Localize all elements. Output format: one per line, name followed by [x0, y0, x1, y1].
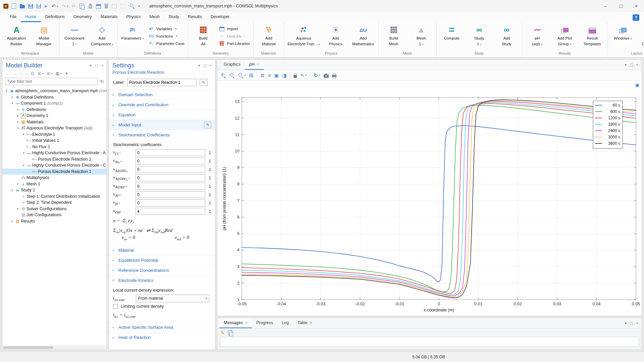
coefficient-input[interactable] — [136, 183, 205, 190]
livelink-button[interactable]: ⇄LiveLink▾ — [217, 33, 252, 39]
minimize-button[interactable]: – — [598, 0, 613, 12]
float-panel-icon[interactable]: ▢ — [203, 63, 206, 68]
tree-item[interactable]: ≈Step 2: Time Dependent — [2, 199, 107, 206]
tree-expand-icon[interactable]: ▸ — [10, 220, 14, 223]
tree-item[interactable]: D—Porous Electrode Reaction 1 — [2, 156, 107, 163]
rename-icon[interactable]: ✎ — [200, 79, 208, 86]
tree-item[interactable]: ▸▦Materials — [2, 119, 107, 125]
label-input[interactable] — [127, 79, 197, 86]
model-tree-settings-button[interactable]: ▦▾ — [56, 71, 62, 75]
messages-tab-log[interactable]: Log — [277, 318, 293, 328]
tree-expand-icon[interactable]: ▸ — [16, 114, 20, 117]
scrollbar-thumb[interactable] — [3, 346, 53, 349]
local-current-density-select[interactable]: From material ▾ — [136, 295, 209, 302]
tree-expand-icon[interactable]: ▾ — [16, 127, 20, 130]
coefficient-input[interactable] — [136, 166, 205, 173]
tree-item[interactable]: ▾—Highly Conductive Porous Electrode - A — [2, 150, 107, 156]
help-button[interactable]: ? — [633, 14, 639, 21]
tree-item[interactable]: ▸≡Definitions — [2, 107, 107, 113]
cut-button[interactable]: ✂ — [72, 4, 76, 8]
tree-hscrollbar[interactable] — [2, 346, 107, 350]
tree-item[interactable]: D—Porous Electrode Reaction 1 — [2, 169, 107, 175]
section-heat-of-reaction[interactable]: ▸ Heat of Reaction — [109, 332, 215, 342]
menu-tab-physics[interactable]: Physics — [122, 12, 145, 22]
import-window-button[interactable] — [96, 4, 101, 9]
expand-all-button[interactable]: ≣▾ — [38, 71, 44, 76]
tree-expand-icon[interactable]: ▸ — [21, 133, 26, 136]
tree-item[interactable]: ▾—Component 1(comp1) — [2, 100, 107, 107]
zoom-in-button[interactable]: + — [220, 73, 226, 78]
section-active-specific-surface-area[interactable]: ▸ Active Specific Surface Area — [109, 322, 215, 332]
tree-item[interactable]: ▾Aqueous Electrolyte Transport(aqt) — [2, 125, 107, 131]
redo-button[interactable]: ↷▾ — [62, 4, 68, 9]
reset-desktop-button[interactable]: ResetDesktop▾ — [637, 24, 644, 51]
close-tab-icon[interactable]: × — [310, 320, 312, 325]
coefficient-input[interactable] — [136, 191, 205, 198]
chevron-down-icon[interactable]: ▾ — [90, 63, 92, 68]
tree-expand-icon[interactable]: ▸ — [16, 207, 20, 210]
show-button[interactable]: ⊙ — [31, 71, 35, 76]
plot-data-button[interactable]: ≡ — [268, 73, 271, 78]
tree-item[interactable]: ⁂Multiphysics — [2, 175, 107, 181]
part-libraries-button[interactable]: Part Libraries — [217, 41, 252, 46]
limiting-current-density-checkbox[interactable] — [113, 304, 118, 309]
menu-tab-results[interactable]: Results — [183, 12, 206, 22]
float-panel-icon[interactable]: ▢ — [630, 321, 633, 325]
coefficient-input[interactable] — [136, 199, 205, 206]
section-material[interactable]: ▸ Material — [109, 245, 215, 255]
print-button[interactable] — [332, 73, 336, 77]
section-model-input[interactable]: ▸ Model Input ✎ — [109, 120, 215, 130]
nav-forward-button[interactable]: → — [13, 71, 17, 76]
float-panel-icon[interactable]: ▢ — [95, 63, 98, 68]
find-button[interactable] — [129, 3, 135, 9]
tree-item[interactable]: ▸▧Results — [2, 218, 107, 225]
clear-selection-button[interactable] — [120, 4, 125, 8]
menu-tab-study[interactable]: Study — [164, 12, 183, 22]
build-mesh-button[interactable]: BuildMesh — [380, 24, 407, 51]
functions-button[interactable]: f(x)Functions▾ — [147, 33, 186, 39]
parameter-case-button[interactable]: P:Parameter Case — [147, 41, 186, 46]
tree-item[interactable]: ▸⚙Solver Configurations — [2, 206, 107, 212]
open-file-button[interactable] — [20, 4, 25, 8]
close-button[interactable]: × — [629, 0, 644, 12]
tree-expand-icon[interactable]: ▾ — [10, 189, 14, 192]
tree-item[interactable]: ▾—Highly Conductive Porous Electrode - C — [2, 162, 107, 169]
coefficient-input[interactable] — [136, 149, 205, 156]
camera-button[interactable] — [324, 73, 329, 78]
close-tab-icon[interactable]: × — [245, 320, 248, 325]
undo-button[interactable]: ↶▾ — [51, 4, 58, 9]
tree-item[interactable]: ▸⊕Global Definitions — [2, 94, 107, 101]
tree-item[interactable]: D—Initial Values 1 — [2, 137, 107, 144]
tree-item[interactable]: ▸AGeometry 1 — [2, 113, 107, 119]
application-builder-button[interactable]: AApplicationBuilder — [3, 24, 30, 51]
mesh-1-button[interactable]: ▲Mesh1▾ — [408, 24, 435, 51]
section-equation[interactable]: ▸ Equation — [109, 110, 215, 120]
messages-tab-messages[interactable]: Messages× — [219, 318, 252, 328]
graphics-tab-ph[interactable]: pH× — [245, 60, 264, 70]
coefficient-input[interactable] — [136, 158, 205, 165]
graphics-tab-graphics[interactable]: Graphics — [219, 60, 245, 70]
tree-item[interactable]: ▾◆atmospheric_corrosion_mass_transport.m… — [2, 88, 107, 94]
add-material-button[interactable]: AddMaterial — [255, 24, 282, 51]
update-plot-button[interactable]: ↻▾ — [314, 73, 320, 78]
variables-button[interactable]: a=Variables▾ — [147, 26, 186, 32]
section-equilibrium-potential[interactable]: ▸ Equilibrium Potential — [109, 255, 215, 265]
save-view-button[interactable] — [37, 4, 41, 8]
add-mathematics-button[interactable]: ΔUAddMathematics — [350, 24, 377, 51]
scene-appearance-button[interactable]: ✎▾ — [300, 73, 307, 78]
menu-tab-developer[interactable]: Developer — [206, 12, 234, 22]
tree-item[interactable]: ▸D—Electrolyte 1 — [2, 131, 107, 138]
image-export-button[interactable]: ◨ — [282, 73, 286, 78]
add-plot-group-button[interactable]: Add PlotGroup▾ — [551, 24, 578, 51]
tree-expand-icon[interactable]: ▸ — [16, 182, 20, 185]
messages-tab-progress[interactable]: Progress — [252, 318, 277, 328]
delete-button[interactable] — [105, 4, 108, 8]
lock-axes-button[interactable] — [293, 73, 297, 78]
section-reference-concentrations[interactable]: ▸ Reference Concentrations — [109, 265, 215, 275]
move-up-button[interactable]: ↑ — [20, 71, 22, 76]
menu-tab-home[interactable]: Home — [21, 12, 41, 22]
close-tab-icon[interactable]: × — [257, 62, 259, 67]
parameters-button[interactable]: PiParameters▾ — [119, 24, 146, 51]
component-1-button[interactable]: —Component1▾ — [61, 24, 88, 51]
coefficient-input[interactable] — [136, 208, 205, 215]
